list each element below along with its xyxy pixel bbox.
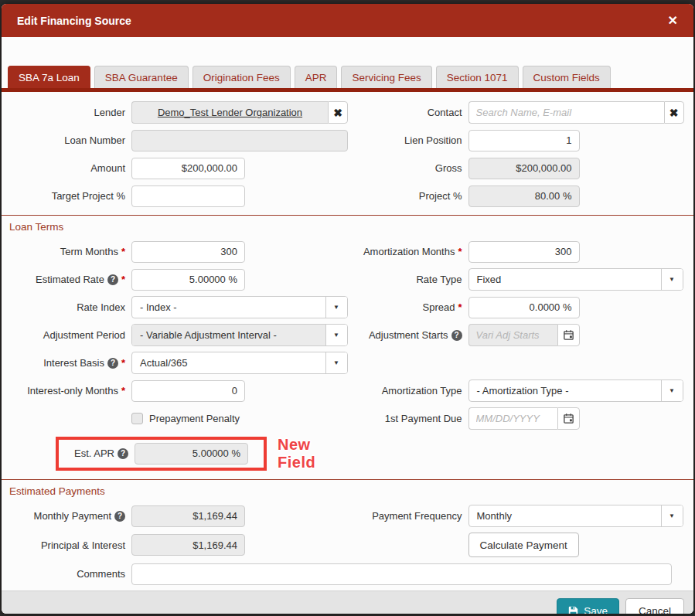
- modal-title: Edit Financing Source: [17, 15, 131, 27]
- help-icon[interactable]: ?: [107, 274, 118, 285]
- tab-apr[interactable]: APR: [295, 66, 338, 88]
- interest-basis-label: Interest Basis: [43, 357, 104, 369]
- save-button[interactable]: Save: [557, 598, 619, 614]
- rate-type-label: Rate Type: [416, 274, 462, 285]
- modal-header: Edit Financing Source ✕: [2, 4, 693, 37]
- calculate-payment-button[interactable]: Calculate Payment: [468, 533, 579, 557]
- chevron-down-icon[interactable]: ▼: [661, 505, 683, 526]
- lien-position-input[interactable]: [468, 130, 580, 151]
- target-project-pct-label: Target Project %: [52, 190, 125, 202]
- payment-frequency-dropdown[interactable]: Monthly ▼: [468, 505, 683, 527]
- adjustment-starts-input: [469, 325, 557, 345]
- chevron-down-icon[interactable]: ▼: [325, 325, 347, 345]
- tab-section-1071[interactable]: Section 1071: [436, 66, 519, 88]
- close-icon[interactable]: ✕: [668, 15, 678, 27]
- save-icon: [568, 606, 578, 614]
- term-months-label: Term Months: [60, 246, 118, 257]
- tab-origination-fees[interactable]: Origination Fees: [192, 66, 291, 88]
- principal-interest-label: Principal & Interest: [41, 539, 125, 551]
- interest-only-months-input[interactable]: [131, 380, 245, 402]
- help-icon[interactable]: ?: [451, 330, 462, 341]
- project-pct-label: Project %: [419, 190, 462, 202]
- amount-label: Amount: [90, 162, 125, 174]
- help-icon[interactable]: ?: [118, 448, 128, 459]
- calendar-icon: [563, 329, 574, 341]
- tab-sba-7a-loan[interactable]: SBA 7a Loan: [8, 66, 90, 88]
- est-apr-input: [135, 443, 248, 465]
- first-payment-due-input[interactable]: [469, 408, 557, 429]
- cancel-button[interactable]: Cancel: [625, 598, 684, 614]
- chevron-down-icon[interactable]: ▼: [325, 297, 347, 318]
- gross-input: [468, 158, 580, 179]
- amortization-type-value: - Amortization Type -: [469, 380, 661, 401]
- spread-input[interactable]: [468, 297, 580, 318]
- contact-clear-button[interactable]: ✖: [664, 101, 684, 124]
- est-apr-label: Est. APR: [74, 448, 114, 459]
- interest-only-months-label: Interest-only Months: [27, 385, 118, 396]
- prepayment-penalty-label: Prepayment Penalty: [149, 413, 240, 424]
- tab-sba-guarantee[interactable]: SBA Guarantee: [94, 66, 189, 88]
- required-asterisk: *: [121, 357, 125, 369]
- tab-servicing-fees[interactable]: Servicing Fees: [341, 66, 431, 88]
- tab-bar: SBA 7a Loan SBA Guarantee Origination Fe…: [2, 66, 693, 88]
- monthly-payment-label: Monthly Payment: [34, 510, 111, 522]
- prepayment-penalty-checkbox[interactable]: [131, 413, 143, 424]
- lender-field-group: Demo_Test Lender Organization ✖: [131, 101, 348, 124]
- interest-basis-dropdown[interactable]: Actual/365 ▼: [131, 352, 348, 374]
- rate-type-dropdown[interactable]: Fixed ▼: [468, 268, 683, 291]
- comments-input[interactable]: [131, 563, 672, 585]
- contact-input[interactable]: [469, 102, 664, 123]
- estimated-payments-heading: Estimated Payments: [9, 485, 686, 497]
- principal-interest-input: [131, 534, 245, 556]
- rate-type-value: Fixed: [469, 269, 661, 290]
- save-button-label: Save: [584, 605, 608, 614]
- contact-label: Contact: [428, 107, 462, 118]
- required-asterisk: *: [121, 274, 125, 285]
- first-payment-due-calendar-button[interactable]: [557, 407, 580, 430]
- required-asterisk: *: [121, 385, 125, 396]
- chevron-down-icon[interactable]: ▼: [661, 380, 683, 401]
- help-icon[interactable]: ?: [114, 511, 125, 522]
- loan-terms-divider: [2, 215, 693, 216]
- lender-label: Lender: [94, 107, 125, 118]
- required-asterisk: *: [458, 301, 462, 313]
- amortization-type-label: Amortization Type: [382, 385, 462, 396]
- first-payment-due-label: 1st Payment Due: [385, 413, 462, 424]
- first-payment-due-group: [468, 407, 580, 430]
- monthly-payment-input: [131, 505, 245, 527]
- adjustment-period-dropdown: - Variable Adjustment Interval - ▼: [131, 324, 348, 346]
- estimated-payments-divider: [2, 479, 693, 480]
- lien-position-label: Lien Position: [404, 134, 462, 146]
- amortization-months-input[interactable]: [468, 241, 580, 263]
- clear-icon: ✖: [669, 107, 679, 119]
- lender-field[interactable]: Demo_Test Lender Organization: [131, 101, 328, 124]
- project-pct-input: [468, 185, 580, 207]
- adjustment-period-value: - Variable Adjustment Interval -: [132, 325, 325, 345]
- rate-index-label: Rate Index: [77, 301, 125, 313]
- edit-financing-source-modal: Edit Financing Source ✕ SBA 7a Loan SBA …: [2, 4, 693, 614]
- amount-input[interactable]: [131, 158, 245, 179]
- spread-label: Spread: [423, 301, 455, 313]
- target-project-pct-input[interactable]: [131, 185, 245, 207]
- chevron-down-icon[interactable]: ▼: [661, 269, 683, 290]
- rate-index-value: - Index -: [132, 297, 325, 318]
- rate-index-dropdown[interactable]: - Index - ▼: [131, 296, 348, 318]
- estimated-rate-label: Estimated Rate: [36, 274, 104, 285]
- modal-footer: Save Cancel: [2, 590, 693, 614]
- loan-terms-heading: Loan Terms: [9, 221, 686, 233]
- tab-custom-fields[interactable]: Custom Fields: [523, 66, 611, 88]
- interest-basis-value: Actual/365: [132, 352, 325, 373]
- loan-number-input: [131, 130, 348, 151]
- help-icon[interactable]: ?: [107, 358, 118, 369]
- lender-link[interactable]: Demo_Test Lender Organization: [158, 107, 302, 118]
- gross-label: Gross: [435, 162, 462, 174]
- adjustment-starts-label: Adjustment Starts: [369, 329, 448, 341]
- estimated-rate-input[interactable]: [131, 269, 245, 291]
- lender-clear-button[interactable]: ✖: [328, 101, 348, 124]
- adjustment-starts-calendar-button[interactable]: [557, 324, 580, 346]
- adjustment-period-label: Adjustment Period: [43, 329, 125, 341]
- chevron-down-icon[interactable]: ▼: [325, 352, 347, 373]
- term-months-input[interactable]: [131, 241, 245, 263]
- amortization-type-dropdown[interactable]: - Amortization Type - ▼: [468, 379, 683, 402]
- amortization-months-label: Amortization Months: [363, 246, 455, 257]
